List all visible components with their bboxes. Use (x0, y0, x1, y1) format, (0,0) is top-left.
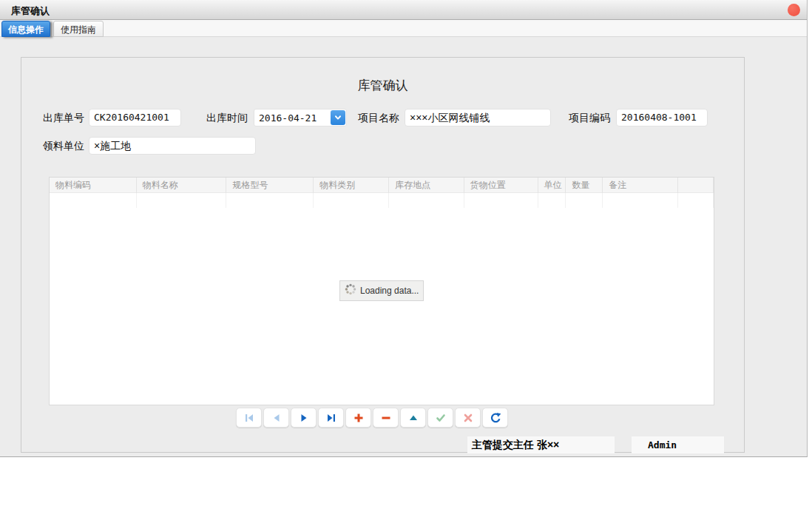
loading-text: Loading data... (360, 286, 419, 296)
column-guide (464, 193, 538, 208)
column-header-物料名称[interactable]: 物料名称 (137, 178, 227, 193)
cancel-button[interactable] (455, 408, 481, 428)
first-icon (243, 412, 255, 424)
refresh-button[interactable] (482, 408, 508, 428)
supervisor-submit-value: 张×× (537, 439, 559, 451)
content-area: 库管确认 出库单号 CK20160421001 出库时间 2016-04-21 … (0, 37, 807, 457)
operator-field[interactable]: Admin (632, 436, 724, 453)
column-guide (603, 193, 678, 208)
first-button[interactable] (236, 408, 262, 428)
table-body (50, 208, 714, 405)
requisition-unit-input[interactable]: ×施工地 (89, 137, 256, 155)
column-header-库存地点[interactable]: 库存地点 (389, 178, 464, 193)
last-icon (325, 412, 337, 424)
outbound-time-label: 出库时间 (206, 109, 248, 126)
outbound-time-combobox[interactable]: 2016-04-21 (254, 109, 347, 126)
next-icon (298, 412, 310, 424)
column-header-物料编码[interactable]: 物料编码 (50, 178, 137, 193)
outbound-no-label: 出库单号 (43, 109, 84, 126)
window-title: 库管确认 (11, 4, 50, 18)
next-button[interactable] (291, 408, 317, 428)
table-column-guides (50, 193, 714, 208)
record-navigator (236, 408, 510, 428)
column-header-数量[interactable]: 数量 (566, 178, 603, 193)
main-panel: 库管确认 出库单号 CK20160421001 出库时间 2016-04-21 … (21, 57, 745, 453)
chevron-down-icon[interactable] (331, 110, 345, 125)
outbound-time-value: 2016-04-21 (259, 110, 317, 126)
column-guide (137, 193, 227, 208)
column-guide (314, 193, 389, 208)
tab-bar: 信息操作 使用指南 (0, 20, 807, 37)
loading-indicator: Loading data... (339, 280, 424, 301)
column-guide (566, 193, 603, 208)
last-button[interactable] (318, 408, 344, 428)
column-guide (389, 193, 464, 208)
cancel-icon (462, 412, 474, 424)
column-header-备注[interactable]: 备注 (603, 178, 678, 193)
tab-user-guide[interactable]: 使用指南 (53, 21, 104, 37)
project-name-label: 项目名称 (358, 109, 399, 126)
page-title: 库管确认 (21, 77, 744, 94)
move-up-icon (407, 412, 419, 424)
column-header-货物位置[interactable]: 货物位置 (464, 178, 538, 193)
delete-button[interactable] (373, 408, 399, 428)
supervisor-submit-field[interactable]: 主管提交主任 张×× (467, 436, 615, 453)
refresh-icon (490, 412, 501, 424)
column-guide (226, 193, 314, 208)
supervisor-submit-label: 主管提交主任 (472, 439, 534, 451)
project-name-input[interactable]: ×××小区网线铺线 (405, 109, 551, 126)
confirm-button[interactable] (427, 408, 453, 428)
project-code-label: 项目编码 (569, 109, 610, 126)
column-guide (538, 193, 566, 208)
project-code-input[interactable]: 20160408-1001 (616, 109, 708, 126)
titlebar: 库管确认 (0, 0, 807, 20)
tab-info-operation[interactable]: 信息操作 (1, 21, 50, 37)
previous-icon (271, 412, 282, 424)
previous-button[interactable] (263, 408, 289, 428)
table-header: 物料编码物料名称规格型号物料类别库存地点货物位置单位数量备注 (50, 178, 714, 193)
column-header-规格型号[interactable]: 规格型号 (226, 178, 314, 193)
column-guide (678, 193, 714, 208)
delete-icon (380, 412, 392, 424)
spinner-icon (345, 283, 356, 298)
add-button[interactable] (345, 408, 371, 428)
confirm-icon (435, 412, 447, 424)
column-header-物料类别[interactable]: 物料类别 (314, 178, 389, 193)
requisition-unit-label: 领料单位 (43, 137, 84, 155)
column-header-单位[interactable]: 单位 (538, 178, 566, 193)
app-window: 库管确认 信息操作 使用指南 库管确认 出库单号 CK20160421001 出… (0, 0, 808, 457)
outbound-no-input[interactable]: CK20160421001 (89, 109, 181, 126)
add-icon (353, 412, 365, 424)
column-guide (50, 193, 137, 208)
column-header-blank[interactable] (678, 178, 714, 193)
close-icon[interactable] (788, 4, 800, 16)
move-up-button[interactable] (400, 408, 426, 428)
